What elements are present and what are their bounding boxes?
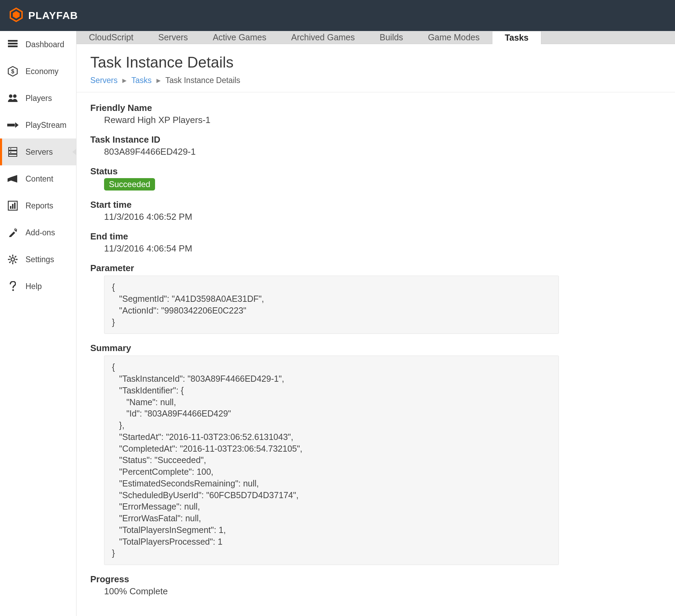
field-summary: Summary { "TaskInstanceId": "803A89F4466… xyxy=(90,343,661,565)
field-parameter: Parameter { "SegmentId": "A41D3598A0AE31… xyxy=(90,263,661,334)
sidebar-item-dashboard[interactable]: Dashboard xyxy=(0,31,76,58)
sidebar-item-servers[interactable]: Servers xyxy=(0,138,76,165)
sidebar-item-label: Content xyxy=(25,174,53,184)
sidebar-item-label: Settings xyxy=(25,255,54,264)
sidebar-item-label: Players xyxy=(25,94,52,103)
field-label: Parameter xyxy=(90,263,661,274)
tab-game-modes[interactable]: Game Modes xyxy=(416,31,492,44)
sidebar: Dashboard $ Economy Players PlayStream S… xyxy=(0,31,76,616)
field-status: Status Succeeded xyxy=(90,166,661,191)
tab-active-games[interactable]: Active Games xyxy=(200,31,279,44)
status-badge: Succeeded xyxy=(104,178,155,191)
help-icon xyxy=(7,281,19,291)
parameter-code-block: { "SegmentId": "A41D3598A0AE31DF", "Acti… xyxy=(104,276,559,334)
addons-icon xyxy=(7,227,19,238)
svg-marker-1 xyxy=(13,11,20,19)
tab-tasks[interactable]: Tasks xyxy=(492,31,541,44)
tab-label: Active Games xyxy=(213,32,266,42)
svg-line-31 xyxy=(15,256,16,257)
summary-code-block: { "TaskInstanceId": "803A89F4466ED429-1"… xyxy=(104,356,559,565)
brand-logo[interactable]: PLAYFAB xyxy=(9,8,78,23)
reports-icon xyxy=(7,201,19,211)
page-title: Task Instance Details xyxy=(90,54,661,71)
brand-name: PLAYFAB xyxy=(28,10,78,21)
field-label: Progress xyxy=(90,574,661,585)
sidebar-item-playstream[interactable]: PlayStream xyxy=(0,112,76,138)
sidebar-item-content[interactable]: Content xyxy=(0,165,76,192)
settings-icon xyxy=(7,254,19,265)
field-label: End time xyxy=(90,231,661,242)
svg-rect-9 xyxy=(7,124,15,126)
chevron-right-icon: ▶ xyxy=(122,77,126,84)
svg-rect-17 xyxy=(10,206,11,209)
tab-label: Servers xyxy=(158,32,188,42)
tab-label: CloudScript xyxy=(89,32,133,42)
field-value: Succeeded xyxy=(90,178,661,191)
tabbar: CloudScript Servers Active Games Archive… xyxy=(76,31,675,44)
svg-rect-3 xyxy=(8,43,18,44)
dashboard-icon xyxy=(7,40,19,49)
breadcrumb-current: Task Instance Details xyxy=(165,76,240,85)
svg-line-29 xyxy=(15,261,16,263)
svg-rect-12 xyxy=(9,151,17,154)
tab-label: Game Modes xyxy=(428,32,480,42)
tab-cloudscript[interactable]: CloudScript xyxy=(76,31,146,44)
economy-icon: $ xyxy=(7,66,19,76)
sidebar-item-label: PlayStream xyxy=(25,121,67,130)
breadcrumb: Servers ▶ Tasks ▶ Task Instance Details xyxy=(90,76,661,85)
svg-point-23 xyxy=(11,258,14,261)
field-start-time: Start time 11/3/2016 4:06:52 PM xyxy=(90,199,661,222)
content-icon xyxy=(7,174,19,183)
svg-point-8 xyxy=(13,94,17,98)
svg-point-32 xyxy=(12,289,14,291)
field-friendly-name: Friendly Name Reward High XP Players-1 xyxy=(90,103,661,125)
tab-label: Archived Games xyxy=(291,32,355,42)
field-label: Status xyxy=(90,166,661,177)
sidebar-item-players[interactable]: Players xyxy=(0,85,76,112)
svg-line-28 xyxy=(9,256,11,257)
field-end-time: End time 11/3/2016 4:06:54 PM xyxy=(90,231,661,254)
svg-rect-4 xyxy=(8,45,18,47)
tab-archived-games[interactable]: Archived Games xyxy=(279,31,367,44)
tab-label: Builds xyxy=(380,32,403,42)
breadcrumb-tasks-link[interactable]: Tasks xyxy=(131,76,152,85)
sidebar-item-economy[interactable]: $ Economy xyxy=(0,58,76,85)
sidebar-item-label: Servers xyxy=(25,147,53,157)
content: Friendly Name Reward High XP Players-1 T… xyxy=(76,92,675,616)
players-icon xyxy=(7,94,19,103)
topbar: PLAYFAB xyxy=(0,0,675,31)
svg-rect-2 xyxy=(8,40,18,42)
sidebar-item-help[interactable]: Help xyxy=(0,273,76,300)
field-value: 100% Complete xyxy=(90,586,661,597)
svg-marker-10 xyxy=(15,122,19,128)
sidebar-item-label: Dashboard xyxy=(25,40,64,49)
page-header: Task Instance Details Servers ▶ Tasks ▶ … xyxy=(76,44,675,92)
svg-line-30 xyxy=(9,261,11,263)
servers-icon xyxy=(7,147,19,157)
sidebar-item-label: Reports xyxy=(25,201,53,211)
field-value: 11/3/2016 4:06:54 PM xyxy=(90,243,661,254)
svg-rect-19 xyxy=(14,203,16,209)
field-label: Task Instance ID xyxy=(90,134,661,145)
field-value: Reward High XP Players-1 xyxy=(90,115,661,125)
field-task-instance-id: Task Instance ID 803A89F4466ED429-1 xyxy=(90,134,661,157)
playfab-logo-icon xyxy=(9,8,23,23)
sidebar-item-label: Add-ons xyxy=(25,228,55,237)
svg-rect-11 xyxy=(9,147,17,150)
tab-servers[interactable]: Servers xyxy=(146,31,200,44)
playstream-icon xyxy=(7,121,19,129)
tab-builds[interactable]: Builds xyxy=(367,31,416,44)
svg-text:$: $ xyxy=(11,69,14,74)
sidebar-item-label: Economy xyxy=(25,67,59,76)
sidebar-item-addons[interactable]: Add-ons xyxy=(0,219,76,246)
sidebar-item-label: Help xyxy=(25,282,42,291)
field-label: Start time xyxy=(90,199,661,210)
sidebar-item-settings[interactable]: Settings xyxy=(0,246,76,273)
field-progress: Progress 100% Complete xyxy=(90,574,661,597)
tab-label: Tasks xyxy=(505,33,529,43)
svg-rect-18 xyxy=(12,204,13,209)
sidebar-item-reports[interactable]: Reports xyxy=(0,192,76,219)
chevron-right-icon: ▶ xyxy=(156,77,161,84)
field-label: Summary xyxy=(90,343,661,353)
breadcrumb-servers-link[interactable]: Servers xyxy=(90,76,117,85)
